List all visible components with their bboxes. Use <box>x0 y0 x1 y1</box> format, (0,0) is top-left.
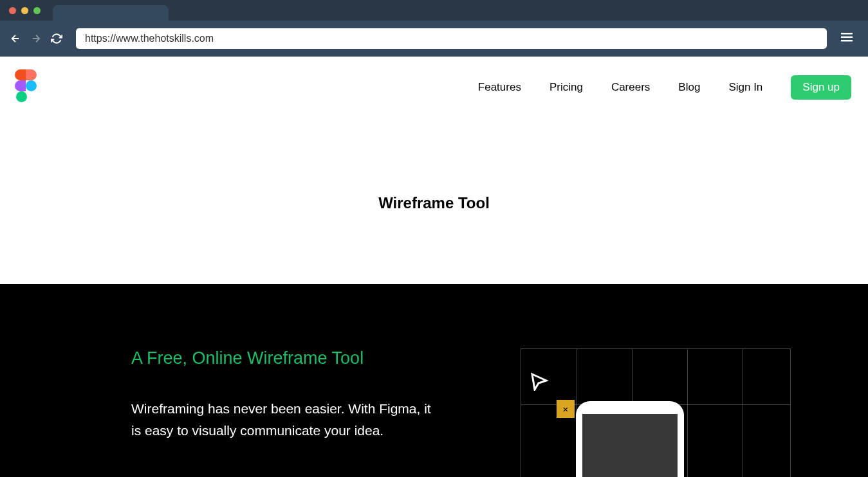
signup-button[interactable]: Sign up <box>791 75 851 100</box>
svg-rect-2 <box>841 40 853 42</box>
nav-link-careers[interactable]: Careers <box>611 81 650 94</box>
hero-title: Wireframe Tool <box>0 194 868 212</box>
site-header: Features Pricing Careers Blog Sign In Si… <box>0 57 868 118</box>
url-bar[interactable]: https://www.thehotskills.com <box>76 28 827 49</box>
close-handle-icon: × <box>557 400 575 418</box>
logo-shape-icon <box>26 69 37 80</box>
grid-line-icon <box>687 349 688 477</box>
cursor-icon <box>530 372 549 393</box>
close-window-button[interactable] <box>9 7 16 14</box>
dark-text-block: A Free, Online Wireframe Tool Wireframin… <box>131 348 440 477</box>
hero-section: Wireframe Tool <box>0 118 868 284</box>
close-symbol: × <box>563 404 569 415</box>
grid-line-icon <box>743 349 743 477</box>
dark-section: A Free, Online Wireframe Tool Wireframin… <box>0 284 868 477</box>
phone-screen <box>582 414 678 477</box>
nav-link-signin[interactable]: Sign In <box>728 81 762 94</box>
nav-link-features[interactable]: Features <box>478 81 521 94</box>
forward-button[interactable] <box>30 32 42 45</box>
svg-rect-0 <box>841 33 853 35</box>
logo-shape-icon <box>16 91 27 102</box>
phone-mockup <box>576 401 684 477</box>
svg-rect-1 <box>841 37 853 39</box>
site-nav: Features Pricing Careers Blog Sign In Si… <box>478 75 855 100</box>
browser-tab[interactable] <box>53 5 169 21</box>
logo-shape-icon <box>26 80 37 91</box>
reload-button[interactable] <box>50 32 63 45</box>
logo-shape-icon <box>15 69 26 80</box>
section-paragraph: Wireframing has never been easier. With … <box>131 398 440 441</box>
nav-link-blog[interactable]: Blog <box>678 81 700 94</box>
browser-chrome: https://www.thehotskills.com <box>0 0 868 57</box>
nav-link-pricing[interactable]: Pricing <box>549 81 583 94</box>
wireframe-graphic: × <box>521 348 791 477</box>
url-text: https://www.thehotskills.com <box>85 33 214 44</box>
page-content: Features Pricing Careers Blog Sign In Si… <box>0 57 868 477</box>
back-button[interactable] <box>9 32 22 45</box>
section-heading: A Free, Online Wireframe Tool <box>131 348 440 368</box>
traffic-lights <box>9 7 41 14</box>
figma-logo[interactable] <box>13 69 39 105</box>
logo-shape-icon <box>15 80 26 91</box>
browser-nav-bar: https://www.thehotskills.com <box>0 21 868 57</box>
minimize-window-button[interactable] <box>21 7 28 14</box>
maximize-window-button[interactable] <box>33 7 41 14</box>
browser-menu-button[interactable] <box>835 33 859 44</box>
window-title-bar <box>0 0 868 21</box>
